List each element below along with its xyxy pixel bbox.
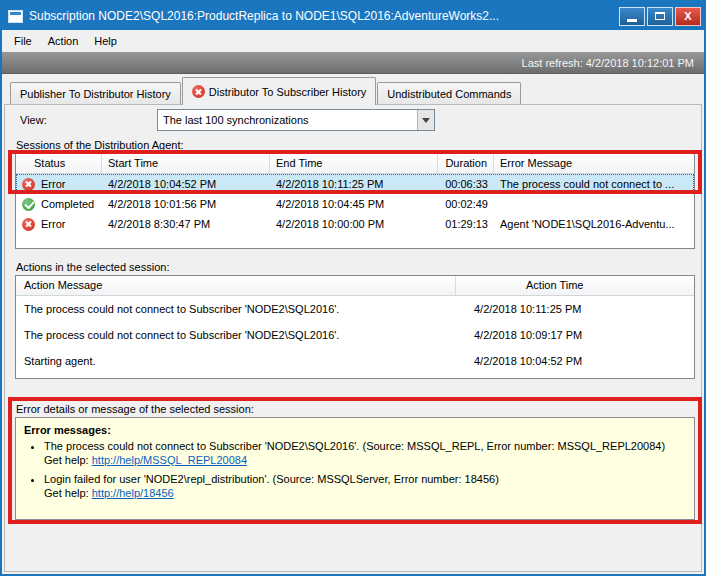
view-dropdown-value: The last 100 synchronizations [158, 114, 417, 126]
tab-label: Publisher To Distributor History [20, 88, 171, 100]
view-label: View: [20, 114, 47, 126]
minimize-icon [627, 19, 637, 22]
error-icon [192, 85, 205, 98]
tab-publisher-to-distributor[interactable]: Publisher To Distributor History [10, 82, 181, 104]
error-message-cell: The process could not connect to ... [494, 178, 694, 190]
action-message-cell: The process could not connect to Subscri… [16, 329, 456, 341]
sessions-table: Status Start Time End Time Duration Erro… [15, 153, 695, 249]
actions-table-header: Action Message Action Time [16, 276, 694, 296]
help-link[interactable]: http://help/MSSQL_REPL20084 [92, 454, 247, 466]
start-time-cell: 4/2/2018 8:30:47 PM [102, 218, 270, 230]
error-message-text: The process could not connect to Subscri… [44, 440, 665, 452]
last-refresh-text: Last refresh: 4/2/2018 10:12:01 PM [522, 57, 694, 69]
status-cell: Error [16, 178, 102, 191]
duration-cell: 00:06:33 [438, 178, 494, 190]
get-help-label: Get help: [44, 454, 92, 466]
menu-file[interactable]: File [6, 32, 40, 50]
error-message-item: The process could not connect to Subscri… [44, 439, 686, 467]
start-time-cell: 4/2/2018 10:04:52 PM [102, 178, 270, 190]
close-button[interactable]: X [675, 7, 701, 26]
menu-bar: File Action Help [2, 30, 704, 52]
status-cell: Error [16, 218, 102, 231]
error-details-box: Error messages: The process could not co… [15, 417, 695, 520]
chevron-down-icon[interactable] [417, 110, 434, 130]
error-icon [22, 178, 35, 191]
error-icon [22, 218, 35, 231]
subscription-history-window: Subscription NODE2\SQL2016:ProductReplic… [0, 0, 706, 576]
duration-cell: 01:29:13 [438, 218, 494, 230]
column-header-action-message[interactable]: Action Message [16, 276, 456, 295]
error-messages-heading: Error messages: [24, 424, 686, 436]
action-time-cell: 4/2/2018 10:04:52 PM [456, 355, 694, 367]
error-message-text: Login failed for user 'NODE2\repl_distri… [44, 473, 499, 485]
menu-help[interactable]: Help [86, 32, 125, 50]
error-message-item: Login failed for user 'NODE2\repl_distri… [44, 472, 686, 500]
close-icon: X [684, 10, 691, 22]
view-dropdown[interactable]: The last 100 synchronizations [157, 109, 435, 131]
help-link[interactable]: http://help/18456 [92, 487, 174, 499]
error-messages-list: The process could not connect to Subscri… [24, 439, 686, 500]
error-details-label: Error details or message of the selected… [16, 403, 254, 415]
status-text: Completed [41, 198, 94, 210]
tab-undistributed-commands[interactable]: Undistributed Commands [377, 82, 521, 104]
end-time-cell: 4/2/2018 10:00:00 PM [270, 218, 438, 230]
start-time-cell: 4/2/2018 10:01:56 PM [102, 198, 270, 210]
session-row-completed[interactable]: Completed 4/2/2018 10:01:56 PM 4/2/2018 … [16, 194, 694, 214]
action-time-cell: 4/2/2018 10:11:25 PM [456, 303, 694, 315]
error-message-cell: Agent 'NODE1\SQL2016-Adventu... [494, 218, 694, 230]
refresh-status-bar: Last refresh: 4/2/2018 10:12:01 PM [2, 52, 704, 74]
sessions-label: Sessions of the Distribution Agent: [16, 139, 184, 151]
column-header-end-time[interactable]: End Time [270, 154, 438, 173]
sessions-table-header: Status Start Time End Time Duration Erro… [16, 154, 694, 174]
duration-cell: 00:02:49 [438, 198, 494, 210]
tab-strip: Publisher To Distributor History Distrib… [10, 77, 522, 105]
window-icon [8, 10, 23, 23]
action-message-cell: The process could not connect to Subscri… [16, 303, 456, 315]
column-header-action-time[interactable]: Action Time [456, 276, 694, 295]
action-row[interactable]: The process could not connect to Subscri… [16, 296, 694, 322]
session-row-error-selected[interactable]: Error 4/2/2018 10:04:52 PM 4/2/2018 10:1… [16, 174, 694, 194]
minimize-button[interactable] [619, 7, 645, 26]
column-header-duration[interactable]: Duration [438, 154, 494, 173]
status-cell: Completed [16, 198, 102, 211]
status-text: Error [41, 178, 65, 190]
column-header-error-message[interactable]: Error Message [494, 154, 694, 173]
end-time-cell: 4/2/2018 10:11:25 PM [270, 178, 438, 190]
tab-label: Undistributed Commands [387, 88, 511, 100]
end-time-cell: 4/2/2018 10:04:45 PM [270, 198, 438, 210]
column-header-status[interactable]: Status [16, 154, 102, 173]
maximize-icon [655, 12, 665, 20]
tab-distributor-to-subscriber[interactable]: Distributor To Subscriber History [182, 77, 377, 105]
actions-label: Actions in the selected session: [16, 261, 169, 273]
action-message-cell: Starting agent. [16, 355, 456, 367]
action-time-cell: 4/2/2018 10:09:17 PM [456, 329, 694, 341]
menu-action[interactable]: Action [40, 32, 87, 50]
maximize-button[interactable] [647, 7, 673, 26]
column-header-start-time[interactable]: Start Time [102, 154, 270, 173]
get-help-label: Get help: [44, 487, 92, 499]
actions-table: Action Message Action Time The process c… [15, 275, 695, 379]
title-bar[interactable]: Subscription NODE2\SQL2016:ProductReplic… [2, 2, 704, 30]
success-icon [22, 198, 35, 211]
session-row-error[interactable]: Error 4/2/2018 8:30:47 PM 4/2/2018 10:00… [16, 214, 694, 234]
status-text: Error [41, 218, 65, 230]
action-row[interactable]: The process could not connect to Subscri… [16, 322, 694, 348]
action-row[interactable]: Starting agent. 4/2/2018 10:04:52 PM [16, 348, 694, 374]
window-title: Subscription NODE2\SQL2016:ProductReplic… [29, 9, 617, 23]
tab-label: Distributor To Subscriber History [209, 86, 367, 98]
